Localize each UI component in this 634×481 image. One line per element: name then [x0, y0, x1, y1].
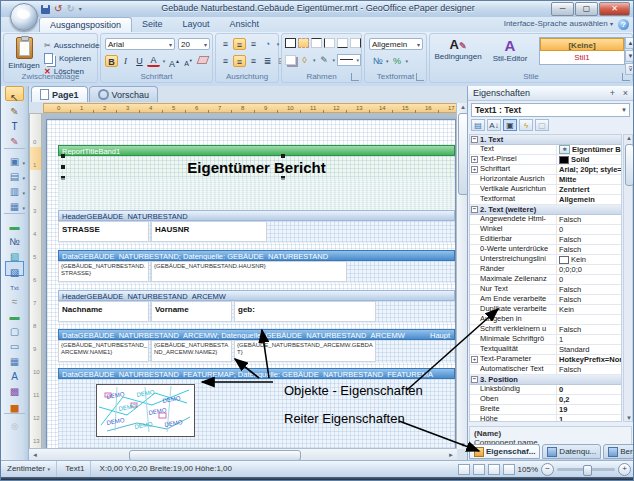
pointer-tool[interactable]: ↖ [5, 86, 24, 101]
text-edit-tool[interactable]: T [5, 116, 24, 131]
chart-tool[interactable]: ▅ [5, 396, 24, 411]
property-value[interactable]: Falsch [557, 295, 621, 304]
field-name1[interactable]: {GEBÄUDE_NATURBESTAND_ARCEMW.NAME1} [58, 340, 149, 362]
pages-icon[interactable]: ▢ [535, 119, 549, 131]
textformat-combo[interactable]: Allgemein▾ [369, 38, 423, 50]
panel-close-icon[interactable]: × [623, 88, 628, 98]
property-row[interactable]: Nur TextFalsch [470, 285, 621, 295]
data-band-tool[interactable]: ▬ [5, 306, 24, 321]
view-mode-2-icon[interactable] [473, 464, 485, 475]
property-value[interactable]: Allgemein [557, 195, 621, 204]
insert-object-tool[interactable]: ▦▾ [5, 196, 24, 211]
tab-berichtsbaum[interactable]: Berichtsba... [603, 444, 634, 459]
selection-handle[interactable] [61, 165, 65, 169]
font-color-dropdown[interactable]: ▾ [161, 55, 167, 67]
property-row[interactable]: Oben0,2 [470, 395, 621, 405]
property-row[interactable]: Text✲Eigentümer Bericht [470, 145, 621, 155]
subreport-tool[interactable]: ▢ [5, 321, 24, 336]
gallery-down-icon[interactable]: ▼ [625, 50, 634, 62]
italic-button[interactable]: I [119, 55, 132, 67]
property-row[interactable]: Maximale Zeilenanz0 [470, 275, 621, 285]
font-color-button[interactable]: A [147, 55, 160, 67]
property-row[interactable]: Vertikale AusrichtunZentriert [470, 185, 621, 195]
property-row[interactable]: Minimale Schriftgrö1 [470, 335, 621, 345]
font-family-combo[interactable]: Arial▾ [105, 38, 175, 50]
rotate-text-icon[interactable]: ◔ [261, 38, 274, 50]
zoom-slider-thumb[interactable] [583, 465, 592, 476]
cell-hausnr-header[interactable]: HAUSNR [151, 221, 267, 242]
ribbon-tab-ausgangsposition[interactable]: Ausgangsposition [39, 17, 132, 32]
property-value[interactable]: 0;0;0;0 [557, 265, 621, 274]
border-color-icon[interactable]: ✎ [318, 54, 331, 66]
band-data-arcemw[interactable]: DataGEBÄUDE_NATURBESTAND_ARCEMW; Datenqu… [58, 329, 455, 340]
property-value[interactable]: ✲Eigentümer Bericht [557, 145, 621, 154]
zoom-in-button[interactable]: + [618, 463, 631, 476]
border-left-icon[interactable] [324, 38, 335, 48]
property-row[interactable]: +Text-PinselSolid [470, 155, 621, 165]
properties-scrollbar[interactable]: ▲ ▼ [623, 134, 633, 422]
property-row[interactable]: Schrift verkleinern uFalsch [470, 325, 621, 335]
band-reporttitle[interactable]: ReportTitleBand1 [58, 145, 455, 156]
line-style-picker[interactable]: ▾ [337, 54, 361, 66]
text-object-tool[interactable]: Txt [5, 276, 24, 291]
valign-bottom-icon[interactable]: ≡ [247, 55, 260, 67]
property-row[interactable]: +SchriftartArial; 20pt; style=Bold [470, 165, 621, 175]
maximize-button[interactable]: ▢ [575, 2, 598, 16]
property-value[interactable]: Zentriert [557, 185, 621, 194]
map-tool[interactable]: ▨ [5, 261, 24, 276]
unit-selector[interactable]: Zentimeter ▾ [1, 461, 57, 477]
property-value[interactable]: Falsch [557, 365, 621, 374]
bold-button[interactable]: B [105, 55, 118, 67]
close-button[interactable]: ✕ [599, 2, 630, 16]
property-value[interactable]: 0 [557, 275, 621, 284]
cell-vorname-header[interactable]: Vorname [151, 301, 232, 322]
property-value[interactable]: Falsch [557, 285, 621, 294]
cell-geb-header[interactable]: geb: [234, 301, 376, 322]
underline-button[interactable]: U [133, 55, 146, 67]
field-strasse[interactable]: {GEBÄUDE_NATURBESTAND.STRASSE} [58, 261, 149, 282]
tab-datenquellen[interactable]: Datenqu... [542, 444, 601, 459]
property-value[interactable]: Arial; 20pt; style=Bold [557, 165, 621, 174]
categorized-view-icon[interactable]: ▤ [471, 119, 485, 131]
view-mode-1-icon[interactable] [458, 464, 470, 475]
border-right-icon[interactable] [350, 38, 361, 48]
ribbon-tab-seite[interactable]: Seite [132, 17, 173, 32]
signature-tool[interactable]: ≈ [5, 291, 24, 306]
pin-icon[interactable]: + [610, 88, 615, 98]
align-left-icon[interactable]: ≡ [219, 38, 232, 50]
copy-object-tool[interactable]: ▥▾ [5, 181, 24, 196]
property-value[interactable]: 0,2 [557, 395, 621, 404]
property-row[interactable]: EditierbarFalsch [470, 235, 621, 245]
shadow-icon[interactable] [285, 55, 296, 65]
property-value[interactable]: Standard [557, 345, 621, 354]
help-icon[interactable]: ? [618, 19, 629, 30]
view-mode-4-icon[interactable] [503, 464, 515, 475]
table-tool[interactable]: ▦ [5, 351, 24, 366]
tab-eigenschaften[interactable]: Eigenschaf... [469, 444, 540, 459]
property-value[interactable]: 1 [557, 335, 621, 344]
ribbon-tab-ansicht[interactable]: Ansicht [220, 17, 270, 32]
property-row[interactable]: Automatischer TextFalsch [470, 365, 621, 375]
border-all-icon[interactable] [285, 38, 296, 48]
property-value[interactable]: Falsch [557, 245, 621, 254]
property-value[interactable]: Falsch [557, 215, 621, 224]
report-title-text[interactable]: Eigentümer Bericht [58, 159, 455, 176]
property-row[interactable]: Linksbündig0 [470, 385, 621, 395]
fill-color-icon[interactable]: ◊ [298, 54, 311, 66]
design-canvas[interactable]: ReportTitleBand1 Eigentümer Bericht Head… [42, 113, 457, 449]
shrink-font-button[interactable]: A▼ [182, 55, 195, 67]
alphabetical-sort-icon[interactable]: A↓ [487, 119, 501, 131]
format-painter-tool[interactable]: ✎ [5, 131, 24, 146]
map-object[interactable]: DEMO DEMO DEMO DEMO DEMO DEMO DEMO DEMO [96, 384, 195, 437]
style-item-keine[interactable]: [Keine] [540, 38, 624, 51]
number-format-icon[interactable]: № [371, 55, 384, 67]
property-value[interactable]: Falsch [557, 235, 621, 244]
view-mode-3-icon[interactable] [488, 464, 500, 475]
valign-top-icon[interactable]: ≡ [219, 55, 232, 67]
property-value[interactable]: Solid [557, 155, 621, 164]
style-item-stil1[interactable]: Stil1 [540, 51, 624, 64]
insert-band-tool[interactable]: ▤▾ [5, 166, 24, 181]
field-hausnr[interactable]: {GEBÄUDE_NATURBESTAND.HAUSNR} [151, 261, 347, 282]
zoom-slider[interactable] [557, 468, 615, 471]
conditional-format-icon[interactable]: % [391, 55, 404, 67]
